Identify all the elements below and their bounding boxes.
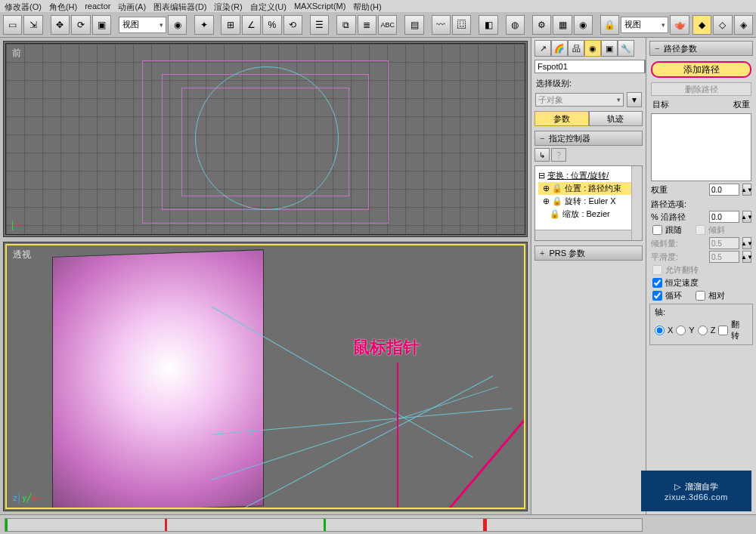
axis-constraint-y-icon[interactable]: ◇ <box>713 15 732 35</box>
annotation-arrow-icon <box>397 363 398 509</box>
menu-item[interactable]: reactor <box>85 2 110 11</box>
menu-item[interactable]: 动画(A) <box>118 2 146 11</box>
menu-item[interactable]: 渲染(R) <box>214 2 242 11</box>
axis-z-radio[interactable] <box>698 326 708 335</box>
bank-amount-label: 倾斜量: <box>651 238 706 249</box>
track-bar[interactable] <box>5 518 643 532</box>
mirror-icon[interactable]: ⧉ <box>336 15 355 35</box>
motion-tab-icon[interactable]: ◉ <box>584 40 601 57</box>
follow-checkbox[interactable] <box>652 225 662 235</box>
relative-checkbox[interactable] <box>696 291 705 301</box>
weight-spinner-icon[interactable]: ▲▼ <box>742 184 751 196</box>
viewport-label-perspective: 透视 <box>13 248 31 261</box>
menu-item[interactable]: 图表编辑器(D) <box>153 2 206 11</box>
hierarchy-tab-icon[interactable]: 品 <box>568 40 584 57</box>
motion-panel: ↗ 🌈 品 ◉ ▣ 🔧 选择级别: 子对象 ▾ 参数 轨迹 −指定控制器 <box>531 38 646 514</box>
angle-snap-icon[interactable]: ∠ <box>242 15 261 35</box>
smoothness-spinner-icon: ▲▼ <box>742 251 751 263</box>
target-column-label: 目标 <box>652 99 669 110</box>
axis-flip-checkbox[interactable] <box>718 326 728 335</box>
axis-x-label: X <box>668 326 673 335</box>
schematic-view-icon[interactable]: ⿶ <box>452 15 471 35</box>
command-panel-tabs: ↗ 🌈 品 ◉ ▣ 🔧 <box>531 38 646 57</box>
render-setup-icon[interactable]: ⚙ <box>532 15 551 35</box>
axis-y-radio[interactable] <box>676 326 686 335</box>
add-path-button[interactable]: 添加路径 <box>651 61 751 78</box>
constant-velocity-checkbox[interactable] <box>652 278 662 288</box>
curve-editor-icon[interactable]: 〰 <box>432 15 451 35</box>
render-frame-icon[interactable]: ▦ <box>553 15 572 35</box>
smoothness-label: 平滑度: <box>651 252 706 263</box>
path-params-rollout-header[interactable]: −路径参数 <box>649 41 753 56</box>
bank-label: 倾斜 <box>708 224 725 236</box>
menu-item[interactable]: 帮助(H) <box>353 2 381 11</box>
menu-item[interactable]: MAXScript(M) <box>294 2 345 11</box>
percent-snap-icon[interactable]: % <box>262 15 281 35</box>
rotate-icon[interactable]: ⟳ <box>71 15 90 35</box>
move-icon[interactable]: ✥ <box>51 15 70 35</box>
abc-icon[interactable]: ABC <box>378 15 397 35</box>
assign-controller-rollout-header[interactable]: −指定控制器 <box>534 131 643 146</box>
viewport-perspective[interactable]: 透视 鼠标指针 ✥ z│y╱ <box>3 242 528 511</box>
main-toolbar: ▭ ⇲ ✥ ⟳ ▣ 视图 ◉ ✦ ⊞ ∠ % ⟲ ☰ ⧉ ≣ ABC ▤ 〰 ⿶… <box>0 12 756 38</box>
parameters-tab-button[interactable]: 参数 <box>534 111 589 126</box>
snap-toggle-icon[interactable]: ⊞ <box>221 15 240 35</box>
time-slider[interactable] <box>0 514 756 534</box>
weight-field[interactable] <box>709 184 739 196</box>
percent-along-path-field[interactable] <box>709 211 739 223</box>
watermark-badge: ▷溜溜自学 zixue.3d66.com <box>641 471 751 511</box>
object-name-field[interactable] <box>534 60 645 73</box>
axis-x-radio[interactable] <box>655 326 665 335</box>
use-center-icon[interactable]: ◉ <box>168 15 187 35</box>
clear-icon[interactable]: ◧ <box>479 15 497 35</box>
loop-checkbox[interactable] <box>652 291 662 301</box>
menu-item[interactable]: 角色(H) <box>49 2 77 11</box>
render-production-icon[interactable]: 🫖 <box>670 15 689 35</box>
select-and-manipulate-icon[interactable]: ✦ <box>194 15 213 35</box>
scale-icon[interactable]: ▣ <box>92 15 111 35</box>
display-tab-icon[interactable]: ▣ <box>601 40 618 57</box>
axis-tripod-icon: z│y╱x─ <box>13 493 42 503</box>
scrollbar-horizontal[interactable] <box>535 230 631 240</box>
relative-label: 相对 <box>708 290 725 301</box>
axis-constraint-z-icon[interactable]: ◈ <box>734 15 753 35</box>
layers-icon[interactable]: ▤ <box>404 15 423 35</box>
menu-bar: 修改器(O) 角色(H) reactor 动画(A) 图表编辑器(D) 渲染(R… <box>0 0 756 12</box>
axis-flip-label: 翻转 <box>731 319 748 341</box>
trajectories-tab-button[interactable]: 轨迹 <box>589 111 643 126</box>
controller-tree[interactable]: ⊟ 变换 : 位置/旋转/ ⊕ 🔒 位置 : 路径约束 ⊕ 🔒 旋转 : Eul… <box>534 165 643 241</box>
select-region-icon[interactable]: ▭ <box>3 15 22 35</box>
weight-row-label: 权重 <box>651 184 706 196</box>
create-tab-icon[interactable]: ↗ <box>534 40 551 57</box>
viewport-front[interactable]: 前 │─ <box>3 41 528 237</box>
axis-group-label: 轴: <box>650 304 752 318</box>
path-list[interactable] <box>651 113 751 181</box>
modify-tab-icon[interactable]: 🌈 <box>551 40 568 57</box>
reference-coord-dropdown[interactable]: 视图 <box>119 17 166 33</box>
annotation-arrow-to-button-icon <box>415 244 525 509</box>
menu-item[interactable]: 自定义(U) <box>250 2 287 11</box>
spotlight-target-plane <box>52 249 264 509</box>
selection-level-dropdown[interactable]: 子对象 <box>535 93 624 106</box>
scrollbar[interactable] <box>631 166 642 240</box>
assign-controller-button[interactable]: ↳ <box>534 148 550 162</box>
axis-constraint-x-icon[interactable]: ◆ <box>692 15 711 35</box>
utilities-tab-icon[interactable]: 🔧 <box>618 40 634 57</box>
select-crossing-icon[interactable]: ⇲ <box>23 15 42 35</box>
spinner-snap-icon[interactable]: ⟲ <box>284 15 302 35</box>
named-selection-icon[interactable]: ☰ <box>310 15 329 35</box>
align-icon[interactable]: ≣ <box>358 15 376 35</box>
lock-icon[interactable]: 🔒 <box>600 15 619 35</box>
menu-item[interactable]: 修改器(O) <box>5 2 42 11</box>
axis-gizmo-icon: │─ <box>11 221 22 230</box>
percent-spinner-icon[interactable]: ▲▼ <box>742 211 751 223</box>
delete-path-button: 删除路径 <box>651 82 751 96</box>
annotation-label: 鼠标指针 <box>353 336 420 359</box>
play-icon: ▷ <box>674 482 680 492</box>
render-view-dropdown[interactable]: 视图 <box>621 17 668 33</box>
quick-render-icon[interactable]: ◉ <box>574 15 593 35</box>
prs-params-rollout-header[interactable]: +PRS 参数 <box>534 245 643 261</box>
material-editor-icon[interactable]: ◍ <box>506 15 525 35</box>
selection-level-flyout-icon[interactable]: ▾ <box>627 92 642 107</box>
make-default-button: ? <box>551 148 566 162</box>
